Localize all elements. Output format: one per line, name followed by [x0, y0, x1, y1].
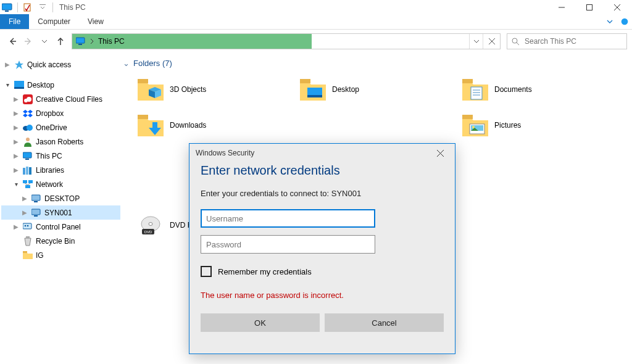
- chevron-right-icon[interactable]: ▶: [21, 195, 28, 202]
- ribbon-tab-computer[interactable]: Computer: [29, 14, 79, 29]
- checkbox-icon[interactable]: [201, 266, 212, 277]
- this-pc-icon: [22, 151, 33, 162]
- chevron-down-icon[interactable]: ▾: [4, 81, 11, 88]
- folder-pictures[interactable]: Pictures: [460, 109, 617, 142]
- tree-item-user[interactable]: ▶ Jason Roberts: [1, 134, 120, 149]
- svg-rect-50: [471, 87, 482, 99]
- tree-item-network[interactable]: ▾ Network: [1, 177, 120, 191]
- svg-rect-37: [34, 201, 38, 202]
- svg-point-62: [149, 223, 152, 226]
- cancel-button[interactable]: Cancel: [325, 313, 444, 332]
- desktop-icon: [14, 80, 25, 91]
- tree-item-recycle-bin[interactable]: Recycle Bin: [1, 234, 120, 248]
- navigation-tree: ▶ Quick access ▾ Desktop ▶ Creative Clou…: [0, 52, 120, 364]
- chevron-right-icon[interactable]: ▶: [12, 223, 20, 230]
- tree-item-dropbox[interactable]: ▶ Dropbox: [1, 106, 120, 120]
- chevron-right-icon[interactable]: ▶: [4, 61, 11, 68]
- computer-icon: [31, 207, 42, 218]
- folder-icon: [462, 112, 488, 138]
- svg-rect-28: [23, 168, 25, 175]
- minimize-button[interactable]: [547, 0, 575, 14]
- folders-section-header[interactable]: ⌄ Folders (7): [123, 59, 632, 68]
- dvd-drive-icon: DVD: [138, 212, 164, 238]
- chevron-right-icon[interactable]: ▶: [12, 152, 20, 159]
- svg-rect-27: [25, 159, 29, 160]
- svg-rect-13: [78, 44, 82, 45]
- svg-rect-0: [2, 4, 12, 10]
- dialog-message: Enter your credentials to connect to: SY…: [201, 189, 444, 198]
- ribbon-help-icon[interactable]: [617, 14, 632, 29]
- svg-rect-43: [26, 236, 30, 238]
- chevron-right-icon[interactable]: ▶: [12, 124, 20, 131]
- tree-item-libraries[interactable]: ▶ Libraries: [1, 163, 120, 177]
- svg-point-58: [472, 126, 475, 128]
- svg-rect-30: [29, 167, 31, 175]
- tree-network-desktop[interactable]: ▶ DESKTOP: [1, 191, 120, 205]
- folder-desktop[interactable]: Desktop: [297, 73, 455, 106]
- qat-properties-icon[interactable]: [22, 2, 34, 13]
- chevron-right-icon[interactable]: ▶: [12, 138, 20, 145]
- tree-item-creative-cloud[interactable]: ▶ Creative Cloud Files: [1, 92, 120, 106]
- address-dropdown[interactable]: [469, 34, 483, 49]
- svg-rect-49: [462, 79, 473, 83]
- nav-up-button[interactable]: [53, 34, 68, 49]
- qat-dropdown-icon[interactable]: [36, 2, 49, 13]
- ribbon-tab-file[interactable]: File: [0, 14, 29, 29]
- address-stop-button[interactable]: [483, 34, 500, 49]
- star-icon: [14, 59, 25, 70]
- chevron-right-icon[interactable]: ▶: [12, 110, 20, 117]
- folder-downloads[interactable]: Downloads: [135, 109, 293, 142]
- svg-rect-29: [26, 167, 28, 175]
- chevron-right-icon[interactable]: ▶: [12, 167, 20, 173]
- svg-rect-44: [23, 251, 27, 253]
- onedrive-icon: [22, 122, 33, 133]
- svg-rect-48: [307, 95, 322, 97]
- svg-rect-19: [14, 87, 24, 89]
- computer-icon: [31, 193, 42, 204]
- search-input[interactable]: [523, 36, 623, 46]
- tree-item-this-pc[interactable]: ▶ This PC: [1, 149, 120, 163]
- tree-network-syn001[interactable]: ▶ SYN001: [1, 205, 120, 220]
- chevron-right-icon[interactable]: ▶: [21, 209, 28, 216]
- tree-item-onedrive[interactable]: ▶ OneDrive: [1, 120, 120, 134]
- tree-item-control-panel[interactable]: ▶ Control Panel: [1, 220, 120, 234]
- folder-documents[interactable]: Documents: [460, 73, 617, 106]
- remember-checkbox[interactable]: Remember my credentials: [201, 266, 444, 277]
- password-input[interactable]: [201, 235, 375, 254]
- tree-quick-access[interactable]: ▶ Quick access: [1, 57, 120, 72]
- folder-3d-objects[interactable]: 3D Objects: [135, 73, 293, 106]
- dialog-close-button[interactable]: [431, 146, 449, 160]
- nav-recent-dropdown[interactable]: [37, 34, 52, 49]
- chevron-down-icon[interactable]: ▾: [12, 181, 20, 188]
- maximize-button[interactable]: [575, 0, 603, 14]
- svg-rect-33: [25, 185, 30, 188]
- username-input[interactable]: [201, 209, 375, 228]
- ok-button[interactable]: OK: [201, 313, 320, 332]
- tree-item-ig[interactable]: IG: [1, 248, 120, 262]
- tree-desktop[interactable]: ▾ Desktop: [1, 78, 120, 92]
- chevron-right-icon[interactable]: ▶: [12, 96, 20, 102]
- user-icon: [22, 136, 33, 147]
- ribbon-tabs: File Computer View: [0, 14, 632, 30]
- svg-point-25: [26, 138, 30, 141]
- nav-forward-button[interactable]: [21, 34, 36, 49]
- svg-rect-32: [28, 180, 33, 183]
- window-title: This PC: [59, 3, 86, 12]
- ribbon-tab-view[interactable]: View: [79, 14, 112, 29]
- svg-point-42: [27, 225, 29, 226]
- ribbon-expand-icon[interactable]: [602, 14, 617, 29]
- network-icon: [22, 179, 33, 190]
- nav-back-button[interactable]: [5, 34, 20, 49]
- svg-point-41: [25, 225, 27, 226]
- folder-icon: [138, 77, 164, 102]
- address-bar[interactable]: This PC: [72, 33, 501, 49]
- svg-point-22: [27, 97, 31, 102]
- address-text: This PC: [98, 37, 125, 46]
- close-button[interactable]: [603, 0, 631, 14]
- chevron-down-icon[interactable]: ⌄: [123, 59, 130, 68]
- folder-icon: [22, 250, 33, 261]
- search-box[interactable]: [507, 33, 627, 49]
- svg-rect-31: [23, 180, 27, 183]
- app-icon: [1, 2, 14, 13]
- svg-point-24: [27, 125, 33, 131]
